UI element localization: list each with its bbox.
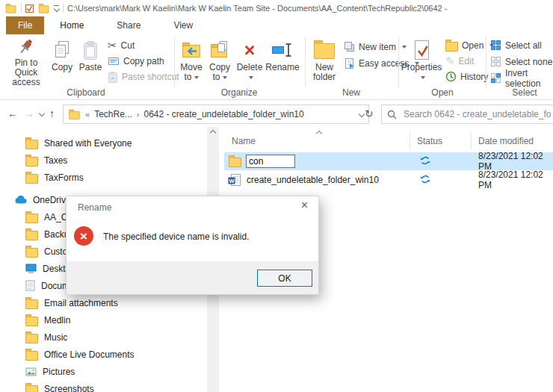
tab-file[interactable]: File (6, 16, 44, 34)
tree-item[interactable]: Taxes (0, 152, 207, 169)
folder-icon (25, 351, 38, 361)
new-folder-button[interactable]: Newfolder (308, 37, 341, 84)
up-arrow-icon[interactable]: ↑ (49, 108, 55, 119)
group-divider (398, 37, 399, 87)
copy-icon (53, 37, 71, 63)
dropdown-caret-icon (249, 76, 253, 79)
recent-locations-chevron-icon[interactable] (39, 111, 45, 116)
open-label: Open (462, 40, 484, 51)
collapsed-path-chevron-icon[interactable]: « (85, 110, 90, 119)
new-folder-icon (314, 43, 335, 59)
history-button[interactable]: History (445, 69, 488, 84)
delete-button[interactable]: × Delete (235, 37, 265, 84)
open-button[interactable]: Open (445, 38, 494, 52)
column-header-status[interactable]: Status (417, 136, 442, 146)
folder-icon (25, 174, 38, 184)
column-divider[interactable] (471, 133, 472, 149)
paste-shortcut-button[interactable]: Paste shortcut (108, 69, 179, 84)
select-group-label: Select (498, 87, 552, 98)
properties-checkbox-icon[interactable] (25, 4, 34, 13)
new-item-icon (344, 41, 355, 52)
copy-to-label: Copy (209, 62, 230, 72)
rename-error-dialog: Rename × × The specified device name is … (66, 196, 319, 295)
select-none-icon (490, 56, 501, 67)
new-item-button[interactable]: New item (344, 40, 407, 54)
copy-path-button[interactable]: Copy path (108, 54, 164, 68)
folder-icon (6, 5, 16, 13)
copy-button[interactable]: Copy (49, 37, 75, 84)
tree-item-label: Shared with Everyone (44, 138, 132, 149)
rename-button[interactable]: Rename (263, 37, 302, 84)
tree-item[interactable]: Shared with Everyone (0, 134, 207, 152)
tree-item[interactable]: Screenshots (0, 380, 207, 392)
select-all-button[interactable]: Select all (490, 38, 542, 52)
onedrive-sync-icon (420, 155, 430, 166)
tab-home[interactable]: Home (49, 16, 95, 34)
properties-button[interactable]: Properties (402, 37, 441, 84)
date-modified-value: 8/23/2021 12:02 PM (478, 151, 553, 172)
refresh-icon[interactable]: ↻ (365, 108, 374, 119)
edit-button[interactable]: ✎ Edit (445, 54, 474, 68)
rename-label: Rename (265, 63, 299, 72)
search-input[interactable] (402, 108, 553, 120)
pin-to-quick-access-button[interactable]: Pin to Quickaccess (3, 37, 49, 84)
back-arrow-icon[interactable]: ← (7, 108, 18, 119)
tree-item-pictures[interactable]: Pictures (0, 363, 207, 380)
tree-item[interactable]: Email attachments (0, 294, 207, 311)
folder-icon (229, 158, 241, 167)
ribbon-tabs: File Home Share View (0, 16, 553, 34)
tree-item[interactable]: Music (0, 329, 207, 346)
column-header-name[interactable]: Name (232, 136, 256, 146)
file-explorer-window: C:\Users\mark\Mark W Kaelin\Mark W Kaeli… (0, 0, 553, 392)
scissors-icon: ✂ (108, 40, 117, 51)
breadcrumb-current[interactable]: 0642 - create_undeletable_folder_win10 (144, 109, 304, 119)
scroll-up-chevron-icon[interactable] (210, 130, 216, 136)
delete-x-icon: × (244, 41, 256, 60)
file-row-con[interactable]: 8/23/2021 12:02 PM (224, 152, 553, 170)
history-clock-icon (445, 71, 457, 82)
date-modified-value: 8/23/2021 12:02 PM (478, 169, 553, 190)
easy-access-icon (344, 57, 355, 69)
rename-edit-input[interactable] (246, 155, 295, 168)
folder-icon (25, 334, 38, 343)
new-folder-qat-icon[interactable] (39, 5, 49, 13)
cut-button[interactable]: ✂ Cut (108, 38, 135, 52)
document-icon (25, 280, 35, 291)
tab-share[interactable]: Share (105, 16, 152, 34)
column-divider[interactable] (410, 133, 410, 149)
select-all-label: Select all (505, 40, 542, 51)
breadcrumb-parent[interactable]: TechRe... (94, 109, 132, 119)
move-label-2: to (184, 72, 191, 82)
breadcrumb-separator-icon[interactable]: › (137, 110, 140, 119)
tree-item[interactable]: Office Live Documents (0, 346, 207, 363)
new-folder-label: New (315, 62, 333, 72)
column-header-date-modified[interactable]: Date modified (478, 136, 534, 146)
tree-item[interactable]: Medlin (0, 311, 207, 329)
tree-item-label: Music (44, 332, 67, 343)
copy-to-button[interactable]: Copyto (206, 37, 233, 84)
svg-text:W: W (229, 177, 235, 184)
paste-button[interactable]: Paste (76, 37, 105, 84)
ok-button[interactable]: OK (257, 270, 312, 287)
rename-icon (271, 37, 294, 63)
folder-icon (69, 111, 79, 119)
invert-selection-button[interactable]: Invert selection (490, 71, 553, 85)
tree-item[interactable]: TaxForms (0, 169, 207, 186)
tab-view[interactable]: View (162, 16, 204, 34)
clipboard-group-label: Clipboard (30, 87, 142, 98)
properties-icon (413, 37, 430, 63)
pin-label: Pin to Quick (15, 57, 38, 78)
group-divider (305, 37, 306, 87)
select-none-button[interactable]: Select none (490, 55, 552, 69)
close-icon[interactable]: × (301, 199, 308, 211)
file-row-document[interactable]: W create_undeletable_folder_win10 8/23/2… (224, 171, 553, 189)
move-to-button[interactable]: Moveto (178, 37, 205, 84)
customize-quick-access-icon[interactable] (54, 5, 59, 11)
folder-icon (25, 214, 38, 223)
address-bar[interactable]: « TechRe... › 0642 - create_undeletable_… (63, 105, 369, 124)
divider (21, 4, 22, 13)
forward-arrow-icon[interactable]: → (24, 108, 34, 119)
folder-icon (25, 248, 38, 258)
address-dropdown-chevron-icon[interactable] (359, 111, 365, 117)
search-box[interactable] (381, 105, 553, 124)
